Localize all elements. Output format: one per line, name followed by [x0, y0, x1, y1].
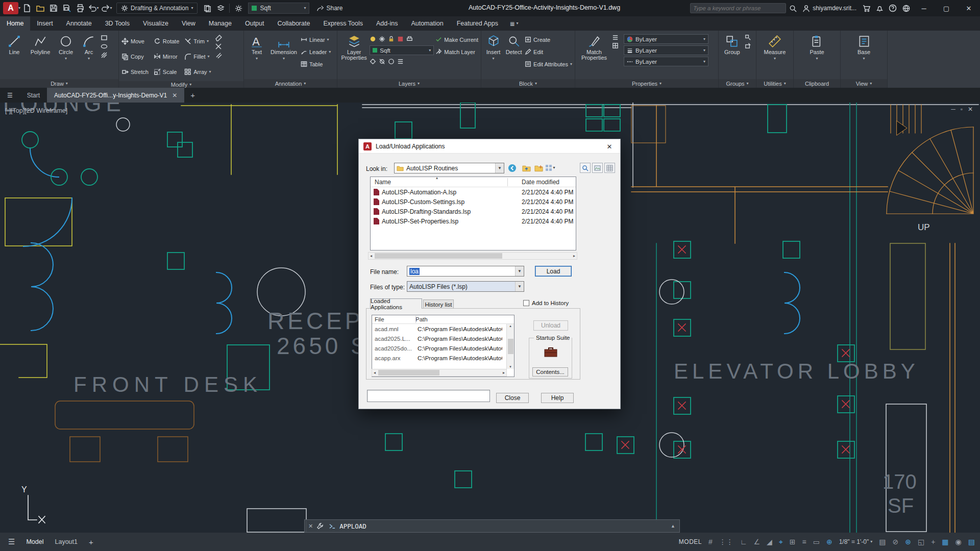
- scale-button[interactable]: Scale: [154, 68, 179, 76]
- layer-lock-icon[interactable]: [388, 36, 395, 42]
- line-button[interactable]: Line: [3, 32, 26, 55]
- scrollbar-thumb[interactable]: [375, 253, 502, 259]
- new-drawing-tab-button[interactable]: +: [184, 88, 201, 103]
- layer-off-icon[interactable]: [388, 58, 395, 65]
- lineweight-combobox[interactable]: ByLayer ▾: [624, 45, 708, 55]
- dimension-button[interactable]: Dimension▾: [268, 32, 299, 61]
- snap-mode-icon[interactable]: ⋮⋮: [719, 538, 733, 546]
- search-input[interactable]: [693, 5, 783, 11]
- table-button[interactable]: Table: [301, 59, 331, 69]
- autocad-logo[interactable]: A: [3, 2, 18, 14]
- tab-3d-tools[interactable]: 3D Tools: [99, 16, 136, 31]
- views-menu-button[interactable]: ▾: [545, 163, 556, 173]
- unload-button[interactable]: Unload: [533, 320, 568, 331]
- properties-list-icon[interactable]: [612, 34, 619, 41]
- preview-toggle-button[interactable]: [580, 163, 591, 173]
- layer-isolate-icon[interactable]: [370, 58, 376, 65]
- brightness-button[interactable]: [232, 2, 245, 15]
- mirror-button[interactable]: Mirror: [154, 53, 179, 60]
- close-tab-icon[interactable]: ✕: [172, 92, 177, 99]
- detect-button[interactable]: Detect: [504, 32, 523, 55]
- polyline-button[interactable]: Polyline: [28, 32, 53, 55]
- edit-attributes-button[interactable]: Edit Attributes▾: [525, 59, 572, 69]
- block-panel-label[interactable]: Block▾: [481, 79, 575, 88]
- rectangle-tool-icon[interactable]: [101, 34, 108, 41]
- path-column-header[interactable]: Path: [415, 316, 428, 322]
- paste-button[interactable]: Paste▾: [804, 32, 830, 61]
- command-close-icon[interactable]: ✕: [305, 523, 316, 530]
- offset-tool-icon[interactable]: [215, 52, 222, 59]
- annotation-visibility-icon[interactable]: ▤: [879, 538, 886, 546]
- loaded-list-vscrollbar[interactable]: ▴▾: [506, 324, 514, 369]
- save-button[interactable]: [47, 2, 60, 15]
- tab-collaborate[interactable]: Collaborate: [271, 16, 316, 31]
- layer-on-icon[interactable]: [370, 36, 376, 42]
- web-button[interactable]: [899, 2, 913, 15]
- file-name-combobox[interactable]: loa ▼: [407, 266, 524, 277]
- back-button[interactable]: [506, 163, 518, 173]
- quick-properties-icon[interactable]: ▦: [942, 538, 948, 546]
- layer-properties-button[interactable]: Layer Properties: [340, 32, 368, 61]
- notifications-button[interactable]: [873, 2, 886, 15]
- ortho-mode-icon[interactable]: ∟: [740, 538, 747, 546]
- layers-panel-label[interactable]: Layers▾: [337, 79, 481, 88]
- utilities-panel-label[interactable]: Utilities▾: [756, 79, 793, 88]
- workspace-selector[interactable]: Drafting & Annotation ▾: [116, 3, 198, 14]
- lineweight-display-icon[interactable]: ≡: [802, 538, 806, 546]
- command-line[interactable]: ✕ APPLOAD ▲: [304, 519, 680, 533]
- file-list-hscrollbar[interactable]: ◂ ▸: [368, 252, 577, 260]
- loaded-row[interactable]: acad2025.L...C:\Program Files\Autodesk\A…: [372, 334, 514, 343]
- new-file-button[interactable]: [20, 2, 34, 15]
- loaded-row[interactable]: acad.mnlC:\Program Files\Autodesk\AutoCA…: [372, 324, 514, 334]
- redo-button[interactable]: ▾: [100, 2, 113, 15]
- tab-output[interactable]: Output: [238, 16, 271, 31]
- draw-panel-label[interactable]: Draw▾: [0, 79, 118, 88]
- tab-featured-apps[interactable]: Featured Apps: [450, 16, 505, 31]
- make-current-button[interactable]: Make Current: [435, 34, 478, 45]
- close-button[interactable]: Close: [496, 393, 529, 403]
- minimize-window-button[interactable]: ─: [913, 0, 935, 16]
- arc-button[interactable]: Arc ▾: [79, 32, 99, 61]
- thumbnail-view-button[interactable]: [592, 163, 603, 173]
- quick-layer-select[interactable]: Sqft ▾: [248, 3, 309, 14]
- ellipse-tool-icon[interactable]: [101, 43, 108, 50]
- insert-button[interactable]: Insert▾: [484, 32, 503, 61]
- tab-annotate[interactable]: Annotate: [60, 16, 99, 31]
- scroll-right-icon[interactable]: ▸: [501, 370, 506, 375]
- annotation-monitor-icon[interactable]: ◱: [918, 538, 924, 546]
- erase-tool-icon[interactable]: [215, 34, 222, 41]
- ungroup-icon[interactable]: [745, 34, 751, 41]
- open-file-button[interactable]: [34, 2, 47, 15]
- help-button[interactable]: [886, 2, 899, 15]
- tab-express-tools[interactable]: Express Tools: [316, 16, 370, 31]
- modify-panel-label[interactable]: Modify▾: [119, 81, 243, 88]
- transparency-icon[interactable]: ▭: [813, 538, 820, 546]
- edit-block-button[interactable]: Edit: [525, 46, 572, 57]
- object-color-combobox[interactable]: ByLayer ▾: [624, 34, 708, 44]
- scrollbar-thumb[interactable]: [378, 370, 439, 375]
- scroll-left-icon[interactable]: ◂: [372, 370, 377, 375]
- layer-select-combobox[interactable]: Sqft ▾: [370, 45, 434, 55]
- name-column-header[interactable]: Name: [371, 179, 391, 186]
- viewport-minimize-icon[interactable]: ─: [951, 106, 955, 113]
- tab-automation[interactable]: Automation: [404, 16, 450, 31]
- maximize-window-button[interactable]: ▢: [935, 0, 958, 16]
- annotation-scale-control[interactable]: 1/8" = 1'-0"▾: [839, 538, 873, 545]
- layer-color-icon[interactable]: [397, 36, 404, 42]
- match-layer-button[interactable]: Match Layer: [435, 46, 478, 57]
- new-folder-button[interactable]: [533, 163, 544, 173]
- linetype-combobox[interactable]: ByLayer ▾: [624, 57, 708, 66]
- layer-plot-icon[interactable]: [406, 36, 413, 42]
- create-block-button[interactable]: Create: [525, 34, 572, 45]
- file-column-header[interactable]: File: [372, 316, 415, 322]
- scroll-down-icon[interactable]: ▾: [509, 365, 511, 369]
- file-row[interactable]: AutoLISP-Drafting-Standards.lsp 2/21/202…: [371, 207, 576, 216]
- loaded-row[interactable]: acapp.arxC:\Program Files\Autodesk\AutoC…: [372, 353, 514, 363]
- app-store-button[interactable]: [860, 2, 873, 15]
- undo-button[interactable]: ▾: [87, 2, 100, 15]
- date-column-header[interactable]: Date modified: [522, 179, 559, 186]
- tab-add-ins[interactable]: Add-ins: [370, 16, 404, 31]
- loaded-list-header[interactable]: File Path: [372, 315, 514, 324]
- scroll-right-icon[interactable]: ▸: [572, 254, 577, 258]
- properties-panel-label[interactable]: Properties▾: [575, 79, 718, 88]
